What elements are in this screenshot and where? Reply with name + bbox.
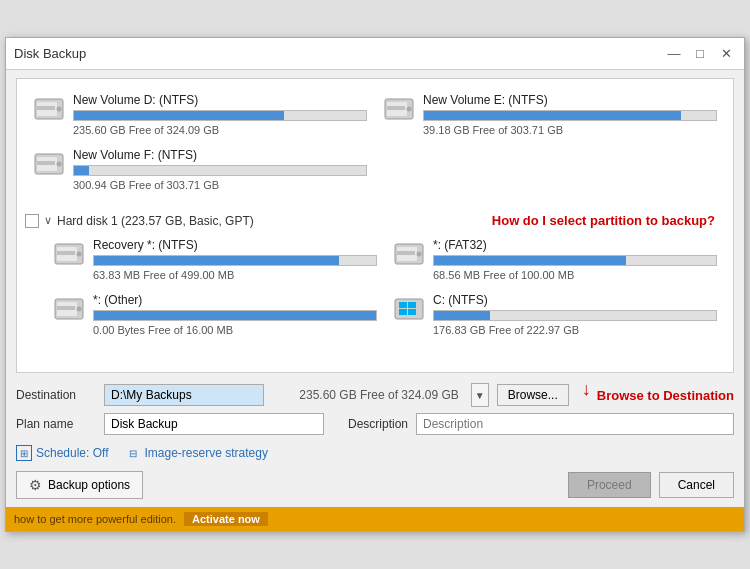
svg-point-2	[57, 107, 62, 112]
image-reserve-icon: ⊟	[125, 445, 141, 461]
c-drive-size: 176.83 GB Free of 222.97 GB	[433, 324, 717, 336]
hdd-group: ∨ Hard disk 1 (223.57 GB, Basic, GPT) Ho…	[17, 205, 733, 344]
window-title: Disk Backup	[14, 46, 86, 61]
hdd-group-label: Hard disk 1 (223.57 GB, Basic, GPT)	[57, 214, 254, 228]
c-drive-name: C: (NTFS)	[433, 293, 717, 307]
volume-f-name: New Volume F: (NTFS)	[73, 148, 367, 162]
destination-space-text: 235.60 GB Free of 324.09 GB	[272, 388, 463, 402]
fat32-info: *: (FAT32) 68.56 MB Free of 100.00 MB	[433, 238, 717, 281]
recovery-bar	[93, 255, 377, 266]
svg-rect-11	[37, 161, 55, 165]
bottom-bar: how to get more powerful edition. Activa…	[6, 507, 744, 531]
bottom-bar-text: how to get more powerful edition.	[14, 513, 176, 525]
volume-e-bar	[423, 110, 717, 121]
volume-d-name: New Volume D: (NTFS)	[73, 93, 367, 107]
svg-point-10	[57, 162, 62, 167]
list-item[interactable]: New Volume E: (NTFS) 39.18 GB Free of 30…	[375, 87, 725, 142]
hdd-icon	[33, 150, 65, 178]
recovery-name: Recovery *: (NTFS)	[93, 238, 377, 252]
schedule-link[interactable]: ⊞ Schedule: Off	[16, 445, 109, 461]
c-drive-bar	[433, 310, 717, 321]
browse-to-dest-label: Browse to Destination	[597, 388, 734, 403]
other-fill	[94, 311, 376, 320]
description-input[interactable]	[416, 413, 734, 435]
cancel-button[interactable]: Cancel	[659, 472, 734, 498]
hdd-icon	[53, 295, 85, 323]
schedule-row: ⊞ Schedule: Off ⊟ Image-reserve strategy	[16, 441, 734, 467]
hdd-chevron-icon: ∨	[44, 214, 52, 227]
svg-point-6	[407, 107, 412, 112]
hdd-question-text: How do I select partition to backup?	[492, 213, 715, 228]
backup-options-button[interactable]: ⚙ Backup options	[16, 471, 143, 499]
browse-arrow-icon: ↓	[582, 379, 591, 400]
window-controls: — □ ✕	[664, 44, 736, 64]
schedule-label: Schedule: Off	[36, 446, 109, 460]
close-button[interactable]: ✕	[716, 44, 736, 64]
windows-icon	[393, 295, 425, 323]
svg-point-14	[77, 252, 82, 257]
action-row: ⚙ Backup options Proceed Cancel	[16, 467, 734, 503]
volume-e-size: 39.18 GB Free of 303.71 GB	[423, 124, 717, 136]
fat32-bar	[433, 255, 717, 266]
plan-name-row: Plan name Description	[16, 413, 734, 435]
hdd-group-header: ∨ Hard disk 1 (223.57 GB, Basic, GPT) Ho…	[25, 209, 725, 232]
plan-name-input[interactable]	[104, 413, 324, 435]
bottom-section: Destination 235.60 GB Free of 324.09 GB …	[6, 377, 744, 507]
maximize-button[interactable]: □	[690, 44, 710, 64]
svg-rect-19	[397, 251, 415, 255]
activate-button[interactable]: Activate now	[184, 512, 268, 526]
destination-label: Destination	[16, 388, 96, 402]
hdd-icon	[383, 95, 415, 123]
image-reserve-label: Image-reserve strategy	[145, 446, 268, 460]
other-size: 0.00 Bytes Free of 16.00 MB	[93, 324, 377, 336]
gear-icon: ⚙	[29, 477, 42, 493]
list-item[interactable]: *: (FAT32) 68.56 MB Free of 100.00 MB	[385, 232, 725, 287]
proceed-button[interactable]: Proceed	[568, 472, 651, 498]
disk-scroll-area[interactable]: New Volume D: (NTFS) 235.60 GB Free of 3…	[16, 78, 734, 373]
svg-rect-3	[37, 106, 55, 110]
svg-rect-23	[57, 306, 75, 310]
svg-rect-15	[57, 251, 75, 255]
destination-input[interactable]	[104, 384, 264, 406]
hdd-icon	[53, 240, 85, 268]
hdd-icon	[393, 240, 425, 268]
other-info: *: (Other) 0.00 Bytes Free of 16.00 MB	[93, 293, 377, 336]
list-item[interactable]: New Volume D: (NTFS) 235.60 GB Free of 3…	[25, 87, 375, 142]
partitions-grid: Recovery *: (NTFS) 63.83 MB Free of 499.…	[25, 232, 725, 342]
destination-row: Destination 235.60 GB Free of 324.09 GB …	[16, 383, 734, 407]
list-item[interactable]: Recovery *: (NTFS) 63.83 MB Free of 499.…	[45, 232, 385, 287]
volume-e-fill	[424, 111, 681, 120]
volume-d-fill	[74, 111, 284, 120]
browse-button[interactable]: Browse...	[497, 384, 569, 406]
destination-dropdown[interactable]: ▼	[471, 383, 489, 407]
svg-point-22	[77, 307, 82, 312]
recovery-size: 63.83 MB Free of 499.00 MB	[93, 269, 377, 281]
c-drive-info: C: (NTFS) 176.83 GB Free of 222.97 GB	[433, 293, 717, 336]
volume-f-bar	[73, 165, 367, 176]
svg-rect-25	[399, 302, 407, 308]
image-reserve-link[interactable]: ⊟ Image-reserve strategy	[125, 445, 268, 461]
volume-f-info: New Volume F: (NTFS) 300.94 GB Free of 3…	[73, 148, 367, 191]
volume-f-size: 300.94 GB Free of 303.71 GB	[73, 179, 367, 191]
list-item[interactable]: New Volume F: (NTFS) 300.94 GB Free of 3…	[25, 142, 375, 197]
svg-rect-26	[408, 302, 416, 308]
title-bar: Disk Backup — □ ✕	[6, 38, 744, 70]
svg-rect-28	[408, 309, 416, 315]
list-item[interactable]: C: (NTFS) 176.83 GB Free of 222.97 GB	[385, 287, 725, 342]
plan-name-label: Plan name	[16, 417, 96, 431]
volume-d-size: 235.60 GB Free of 324.09 GB	[73, 124, 367, 136]
fat32-size: 68.56 MB Free of 100.00 MB	[433, 269, 717, 281]
schedule-icon: ⊞	[16, 445, 32, 461]
recovery-fill	[94, 256, 339, 265]
fat32-fill	[434, 256, 626, 265]
list-item[interactable]: *: (Other) 0.00 Bytes Free of 16.00 MB	[45, 287, 385, 342]
backup-options-label: Backup options	[48, 478, 130, 492]
recovery-info: Recovery *: (NTFS) 63.83 MB Free of 499.…	[93, 238, 377, 281]
volume-d-bar	[73, 110, 367, 121]
volume-f-fill	[74, 166, 89, 175]
hdd-icon	[33, 95, 65, 123]
hdd-checkbox[interactable]	[25, 214, 39, 228]
volume-e-name: New Volume E: (NTFS)	[423, 93, 717, 107]
minimize-button[interactable]: —	[664, 44, 684, 64]
svg-rect-27	[399, 309, 407, 315]
